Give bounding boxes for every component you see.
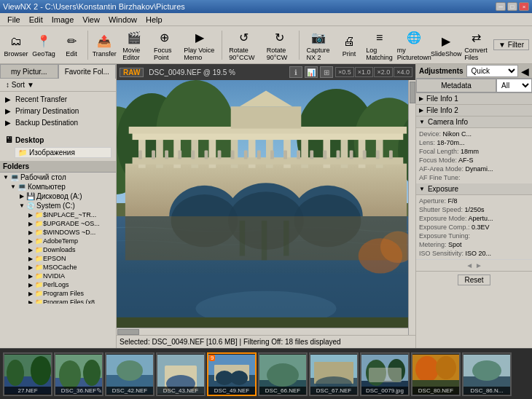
tree-item-upgrade[interactable]: ▶ 📁 $UPGRADE ~OS...	[0, 219, 116, 228]
menu-image[interactable]: Image	[47, 15, 79, 25]
menu-file[interactable]: File	[3, 15, 25, 25]
tree-item-epson[interactable]: ▶ 📁 EPSON	[0, 254, 116, 263]
zoom-1.0[interactable]: ×1.0	[355, 67, 374, 77]
tree-item-adobe[interactable]: ▶ 📁 AdobeTemp	[0, 237, 116, 245]
tree-item-drive-a[interactable]: ▶ 💾 Дисковод (A:)	[0, 191, 116, 201]
log-matching-button[interactable]: ≡ Log Matching	[364, 27, 395, 63]
convert-files-button[interactable]: ⇄ Convert Files	[461, 27, 492, 63]
film-item-9[interactable]: DSC_80.NEF	[411, 352, 461, 396]
play-voice-button[interactable]: ▶ Play Voice Memo	[180, 27, 219, 63]
toolbar-separator-1	[87, 31, 88, 60]
metadata-tab[interactable]: Metadata	[416, 79, 496, 92]
backup-destination[interactable]: ▶ Backup Destination	[1, 116, 114, 128]
favorite-section: ▶ Recent Transfer ▶ Primary Destination …	[0, 92, 116, 130]
capture-button[interactable]: 📷 Capture NX 2	[302, 27, 335, 63]
geotag-button[interactable]: 📍 GeoTag	[31, 31, 57, 60]
film-item-8[interactable]: DSC_0079.jpg	[360, 352, 410, 396]
film-item-3[interactable]: DSC_42.NEF	[105, 352, 154, 396]
film-item-5[interactable]: 9 DSC_49.NEF	[207, 352, 257, 396]
zoom-4.0[interactable]: ×4.0	[394, 67, 412, 77]
scroll-bar-bottom[interactable]	[117, 328, 408, 335]
scroll-indicator: ◄ ►	[416, 259, 532, 271]
film-item-10[interactable]: DSC_86.N...	[462, 352, 512, 396]
transfer-button[interactable]: 📤 Transfer	[91, 31, 117, 60]
tree-item-perllogs[interactable]: ▶ 📁 PerlLogs	[0, 280, 116, 289]
edit-button[interactable]: ✏ Edit	[58, 31, 85, 60]
file-info-2-header[interactable]: ▶ File Info 2	[416, 105, 532, 116]
tree-item-program-files[interactable]: ▶ 📁 Program Files	[0, 289, 116, 298]
sort-button[interactable]: ↕ Sort ▼	[3, 81, 37, 89]
info-button[interactable]: ℹ	[289, 66, 302, 78]
primary-dest-icon: ▶	[3, 106, 13, 116]
rotate-ccw-button[interactable]: ↺ Rotate 90°CCW	[225, 27, 261, 63]
menu-window[interactable]: Window	[104, 15, 141, 25]
left-panel: my Pictur... Favorite Fol... ↕ Sort ▼ ▶ …	[0, 64, 117, 348]
toolbar-separator-3	[299, 31, 300, 60]
primary-destination[interactable]: ▶ Primary Destination	[1, 105, 114, 116]
tree-item-msocache[interactable]: ▶ 📁 MSOCache	[0, 263, 116, 272]
folder-icon: 📁	[35, 246, 43, 253]
rotate-cw-button[interactable]: ↻ Rotate 90°CW	[263, 27, 296, 63]
desktop-folder-images[interactable]: 📁 Изображения	[15, 147, 112, 158]
zoom-2.0[interactable]: ×2.0	[374, 67, 393, 77]
tree-item-computer[interactable]: ▼ 💻 Компьютер	[0, 182, 116, 191]
menu-edit[interactable]: Edit	[25, 15, 47, 25]
tab-my-pictures[interactable]: my Pictur...	[0, 64, 58, 79]
zoom-group: ×0.5 ×1.0 ×2.0 ×4.0	[335, 67, 412, 77]
tree-item-nvidia[interactable]: ▶ 📁 NVIDIA	[0, 272, 116, 280]
fit-button[interactable]: ⊞	[320, 66, 333, 78]
adjustments-mode-dropdown[interactable]: Quick Advanced	[466, 65, 518, 77]
print-button[interactable]: 🖨 Print	[336, 31, 362, 60]
histogram-button[interactable]: 📊	[305, 66, 318, 78]
tree-item-windows[interactable]: ▶ 📁 $WINDOWS ~D...	[0, 228, 116, 237]
exposure-body: Aperture: F/8 Shutter Speed: 1/250s Expo…	[416, 195, 532, 259]
svg-rect-45	[323, 151, 326, 159]
menu-view[interactable]: View	[78, 15, 104, 25]
iso-row: ISO Sensitivity: ISO 20...	[419, 249, 529, 258]
svg-rect-42	[283, 151, 287, 159]
folder-icon-desktop: 💻	[10, 173, 19, 181]
tree-item-system-c[interactable]: ▼ 💿 System (C:)	[0, 201, 116, 210]
film-item-6[interactable]: DSC_66.NEF	[258, 352, 308, 396]
maximize-button[interactable]: □	[507, 2, 517, 11]
camera-info-header[interactable]: ▼ Camera Info	[416, 116, 532, 128]
file-info-1-header[interactable]: ▶ File Info 1	[416, 93, 532, 105]
exposure-header[interactable]: ▼ Exposure	[416, 183, 532, 195]
scroll-bar-right[interactable]	[408, 80, 415, 335]
picturetown-button[interactable]: 🌐 my Picturetown	[396, 27, 431, 63]
svg-rect-58	[283, 221, 289, 256]
minimize-button[interactable]: ─	[496, 2, 506, 11]
close-button[interactable]: ×	[519, 2, 529, 11]
title-bar-text: ViewNX 2 - C:\Users\Konstantin Birzhakov…	[3, 2, 185, 11]
edit-icon: ✏	[63, 33, 80, 50]
expand-panel-button[interactable]: ◀	[521, 66, 529, 77]
zoom-0.5[interactable]: ×0.5	[335, 67, 354, 77]
metadata-tabs: Metadata All EXIF IPTC	[416, 79, 532, 93]
device-row: Device: Nikon C...	[419, 130, 529, 138]
menu-help[interactable]: Help	[141, 15, 167, 25]
film-item-4[interactable]: DSC_43.NEF	[156, 352, 206, 396]
tab-favorite-folders[interactable]: Favorite Fol...	[58, 64, 117, 79]
image-view[interactable]	[117, 80, 415, 335]
film-item-2[interactable]: DSC_36.NEF ✎	[54, 352, 103, 396]
metadata-filter-dropdown[interactable]: All EXIF IPTC	[496, 79, 532, 92]
filter-button[interactable]: ▼ Filter	[493, 39, 529, 50]
recent-transfer[interactable]: ▶ Recent Transfer	[1, 93, 114, 105]
scroll-thumb-right[interactable]	[410, 82, 415, 103]
film-item-7[interactable]: DSC_67.NEF	[309, 352, 359, 396]
reset-button[interactable]: Reset	[458, 274, 490, 285]
slideshow-button[interactable]: ▶ SlideShow	[433, 31, 459, 60]
tree-item-inplace[interactable]: ▶ 📁 $INPLACE_~TR...	[0, 210, 116, 219]
focus-point-icon: ⊕	[156, 29, 173, 47]
tree-item-program-files-x86[interactable]: ▶ 📁 Program Files (x8...	[0, 298, 116, 304]
scroll-thumb-bottom[interactable]	[117, 329, 139, 335]
movie-editor-button[interactable]: 🎬 Movie Editor	[119, 27, 149, 63]
tree-item-desktop[interactable]: ▼ 💻 Рабочий стол	[0, 173, 116, 182]
folder-icon: 📁	[18, 149, 27, 157]
tree-item-downloads[interactable]: ▶ 📁 Downloads	[0, 245, 116, 254]
focus-point-button[interactable]: ⊕ Focus Point	[150, 27, 179, 63]
film-item-1[interactable]: 27.NEF	[3, 352, 52, 396]
desktop-item[interactable]: 🖥 Desktop	[3, 134, 113, 146]
svg-rect-41	[270, 151, 274, 159]
browser-button[interactable]: 🗂 Browser	[3, 31, 29, 60]
